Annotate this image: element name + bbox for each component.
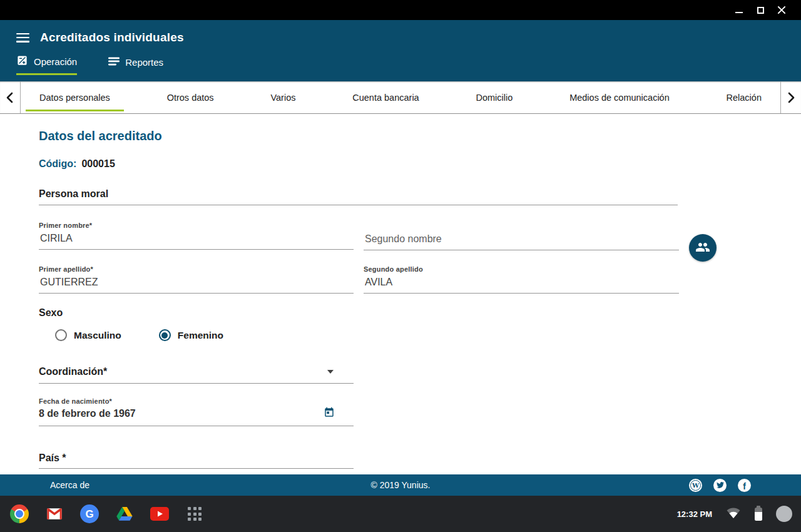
hamburger-icon[interactable] — [16, 33, 29, 43]
calendar-icon[interactable] — [324, 407, 335, 421]
google-icon[interactable]: G — [80, 504, 99, 523]
gmail-icon[interactable] — [45, 504, 64, 523]
nav-tab-operacion[interactable]: Operación — [16, 54, 77, 75]
tab-otros-datos[interactable]: Otros datos — [153, 81, 228, 113]
primer-apellido-label: Primer apellido* — [39, 265, 354, 273]
footer: Acerca de © 2019 Yunius. W f — [0, 474, 801, 496]
battery-icon — [755, 508, 762, 521]
tab-cuenta-bancaria[interactable]: Cuenta bancaria — [339, 81, 432, 113]
fecha-nacimiento-label: Fecha de nacimiento* — [39, 397, 354, 405]
code-row: Código:000015 — [39, 158, 801, 170]
primer-apellido-input[interactable] — [39, 274, 354, 294]
tab-datos-personales[interactable]: Datos personales — [26, 81, 124, 113]
fecha-nacimiento-field: Fecha de nacimiento* 8 de febrero de 196… — [39, 397, 354, 426]
radio-label: Femenino — [178, 330, 223, 341]
people-icon — [695, 240, 710, 257]
svg-text:G: G — [85, 508, 93, 520]
form-content: Datos del acreditado Código:000015 Perso… — [0, 114, 801, 474]
coordinacion-select[interactable]: Coordinación* — [39, 366, 354, 384]
tab-domicilio[interactable]: Domicilio — [462, 81, 527, 113]
minimize-icon[interactable] — [728, 0, 750, 20]
facebook-icon[interactable]: f — [738, 479, 751, 492]
chevron-right-icon[interactable] — [781, 81, 801, 113]
page-title: Datos del acreditado — [39, 129, 801, 143]
status-tray[interactable]: 12:32 PM — [677, 506, 792, 522]
twitter-icon[interactable] — [713, 479, 727, 492]
launcher-icon[interactable] — [185, 504, 204, 523]
primer-nombre-input[interactable] — [39, 230, 354, 250]
nav-tab-label: Operación — [34, 56, 77, 67]
sexo-label: Sexo — [39, 307, 801, 319]
segundo-nombre-input[interactable] — [364, 231, 679, 250]
persona-moral-field[interactable]: Persona moral — [39, 188, 678, 205]
wifi-icon — [726, 506, 741, 521]
window-titlebar — [0, 0, 801, 20]
segundo-apellido-label: Segundo apellido — [364, 265, 679, 273]
tab-varios[interactable]: Varios — [257, 81, 309, 113]
drive-icon[interactable] — [115, 504, 134, 523]
segundo-apellido-input[interactable] — [364, 274, 679, 294]
about-link[interactable]: Acerca de — [50, 480, 89, 490]
radio-unchecked-icon — [55, 329, 67, 341]
code-label: Código: — [39, 158, 76, 169]
code-value: 000015 — [81, 158, 115, 169]
nav-tab-label: Reportes — [125, 57, 163, 68]
coordinacion-label: Coordinación* — [39, 366, 107, 377]
app-header: Acreditados individuales Operación — [0, 20, 801, 81]
wordpress-icon[interactable]: W — [689, 479, 702, 492]
nav-tab-reportes[interactable]: Reportes — [108, 54, 163, 75]
app-title: Acreditados individuales — [40, 31, 184, 44]
chrome-icon[interactable] — [10, 504, 29, 523]
close-icon[interactable] — [771, 0, 792, 20]
section-tab-strip: Datos personales Otros datos Varios Cuen… — [0, 81, 801, 114]
os-shelf: G 12:32 PM — [0, 496, 801, 532]
add-person-button[interactable] — [689, 234, 717, 262]
exposure-icon — [16, 54, 28, 68]
tab-medios-comunicacion[interactable]: Medios de comunicación — [556, 81, 683, 113]
chevron-left-icon[interactable] — [0, 81, 20, 113]
list-icon — [108, 57, 120, 68]
tab-relacion[interactable]: Relación — [713, 81, 775, 113]
radio-checked-icon — [159, 329, 171, 341]
pais-label: País * — [39, 453, 66, 463]
dropdown-caret-icon — [327, 370, 334, 374]
account-avatar[interactable] — [776, 506, 792, 522]
fecha-nacimiento-value[interactable]: 8 de febrero de 1967 — [39, 408, 136, 419]
pais-field[interactable]: País * — [39, 453, 354, 469]
copyright-text: © 2019 Yunius. — [0, 480, 801, 490]
clock: 12:32 PM — [677, 509, 712, 519]
sexo-group: Sexo Masculino Femenino — [39, 307, 801, 341]
radio-label: Masculino — [74, 330, 121, 341]
radio-masculino[interactable]: Masculino — [55, 329, 121, 341]
radio-femenino[interactable]: Femenino — [159, 329, 223, 341]
primer-nombre-label: Primer nombre* — [39, 222, 354, 229]
youtube-icon[interactable] — [150, 504, 169, 523]
maximize-icon[interactable] — [750, 0, 771, 20]
